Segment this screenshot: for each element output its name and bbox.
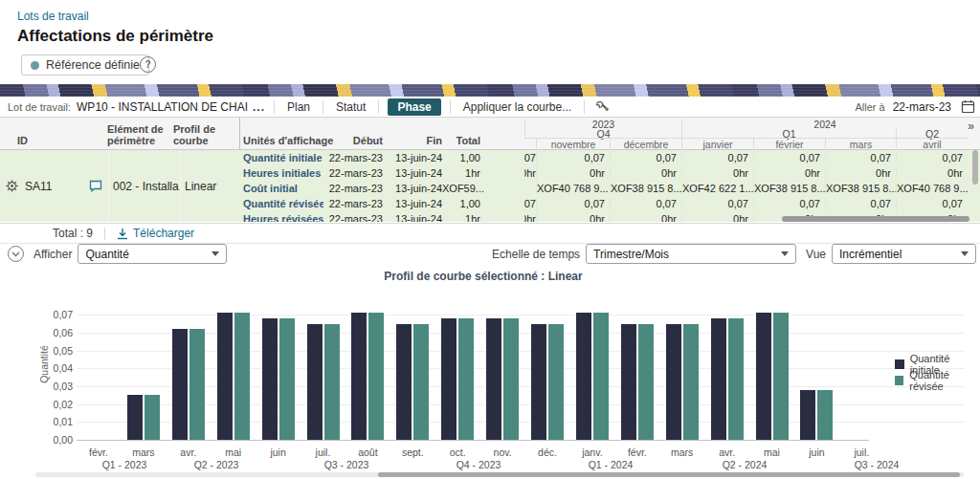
x-tick-label: févr. bbox=[70, 446, 127, 458]
metric-period-value: XOF40 768 9... bbox=[896, 183, 968, 194]
row-count: Total : 9 bbox=[53, 227, 93, 240]
legend-swatch-icon bbox=[895, 376, 903, 385]
grid-header: ID Elément depérimètre Profil decourbe U… bbox=[0, 118, 980, 150]
metric-period-value: 0,07 bbox=[536, 198, 610, 209]
bar-initial-mai bbox=[756, 313, 771, 440]
scope-assignments-page: Lots de travail Affectations de périmètr… bbox=[0, 0, 980, 479]
period-month-novembre[interactable]: novembre bbox=[536, 139, 610, 150]
legend-item-revised: Quantité révisée bbox=[895, 369, 980, 392]
metric-clipped-value: 0,07 bbox=[524, 152, 536, 163]
decorative-banner bbox=[0, 84, 980, 97]
chevron-down-icon bbox=[212, 251, 219, 256]
work-package-value: WP10 - INSTALLATION DE CHAI bbox=[77, 100, 248, 114]
period-quarter-Q1: Q1 bbox=[681, 128, 896, 138]
chart-gridline bbox=[77, 404, 965, 405]
x-tick-label: sept. bbox=[384, 446, 441, 458]
collapse-chevron-icon[interactable] bbox=[8, 246, 24, 262]
col-header-units[interactable]: Unités d'affichage bbox=[243, 136, 333, 147]
period-month-row: novembredécembrejanvierfévriermarsavril bbox=[524, 138, 968, 150]
metric-period-value: XOF42 622 1... bbox=[681, 183, 753, 194]
bar-initial-mai bbox=[217, 313, 233, 440]
metric-period-value: 0hr bbox=[825, 167, 896, 179]
col-header-curve-profile[interactable]: Profil decourbe bbox=[173, 124, 215, 146]
x-tick-label: juin bbox=[250, 446, 307, 458]
metric-period-value: 0,07 bbox=[896, 198, 968, 209]
period-month-janvier[interactable]: janvier bbox=[681, 139, 753, 150]
y-tick-label: 0,01 bbox=[38, 416, 73, 427]
view-label: Vue bbox=[806, 248, 826, 261]
tab-statut[interactable]: Statut bbox=[332, 98, 369, 116]
x-tick-label: févr. bbox=[609, 446, 666, 458]
x-tick-label: oct. bbox=[429, 446, 486, 458]
period-month-février[interactable]: février bbox=[753, 139, 825, 150]
metric-row-4[interactable]: Quantité révisée22-mars-2313-juin-241,00… bbox=[239, 196, 980, 211]
download-button[interactable]: Télécharger bbox=[117, 227, 194, 240]
metric-total: XOF59... bbox=[442, 183, 480, 194]
tab-plan[interactable]: Plan bbox=[283, 98, 314, 116]
metric-period-value: 0hr bbox=[681, 213, 753, 222]
chevron-down-icon bbox=[961, 251, 969, 256]
bar-initial-sept. bbox=[396, 324, 412, 440]
show-select[interactable]: Quantité bbox=[78, 244, 227, 264]
timescale-select[interactable]: Trimestre/Mois bbox=[586, 244, 796, 264]
row-scope-element: 002 - Installa... bbox=[113, 180, 180, 193]
bar-revised-juin bbox=[279, 318, 295, 440]
goto-label: Aller à bbox=[855, 101, 884, 113]
page-scrollbar-thumb[interactable] bbox=[378, 472, 960, 477]
goto-date-value[interactable]: 22-mars-23 bbox=[893, 100, 951, 114]
timescale-label: Echelle de temps bbox=[492, 248, 580, 261]
help-icon[interactable]: ? bbox=[140, 56, 156, 73]
metric-period-value: XOF38 915 8... bbox=[825, 183, 896, 194]
col-header-total[interactable]: Total bbox=[442, 136, 480, 147]
grid-vertical-scrollbar[interactable] bbox=[972, 150, 978, 185]
tab-phase[interactable]: Phase bbox=[388, 98, 440, 116]
gear-icon[interactable] bbox=[6, 180, 18, 192]
col-header-end[interactable]: Fin bbox=[383, 136, 442, 147]
breadcrumb-work-packages[interactable]: Lots de travail bbox=[17, 10, 89, 23]
x-tick-label: avr. bbox=[160, 446, 217, 458]
grid-horizontal-scrollbar[interactable] bbox=[782, 216, 969, 222]
bar-revised-août bbox=[368, 313, 384, 440]
metric-row-2[interactable]: Heures initiales22-mars-2313-juin-241hr0… bbox=[239, 165, 980, 181]
col-header-id[interactable]: ID bbox=[17, 136, 28, 147]
period-month-mars[interactable]: mars bbox=[825, 139, 896, 150]
grid-row[interactable]: SA11 002 - Installa... Linear Quantité i… bbox=[0, 150, 980, 222]
metric-row-1[interactable]: Quantité initiale22-mars-2313-juin-241,0… bbox=[239, 150, 980, 165]
view-select[interactable]: Incrémentiel bbox=[832, 244, 976, 264]
metric-end-date: 13-juin-24 bbox=[383, 152, 442, 163]
legend-swatch-icon bbox=[895, 359, 904, 369]
chart-x-axis bbox=[77, 440, 869, 441]
metric-start-date: 22-mars-23 bbox=[323, 198, 383, 209]
metric-total: 1,00 bbox=[442, 198, 480, 209]
apply-curve-button[interactable]: Appliquer la courbe... bbox=[459, 98, 575, 116]
baseline-chip[interactable]: Référence définie bbox=[21, 54, 149, 76]
more-options-icon[interactable]: ... bbox=[253, 100, 265, 114]
period-month-décembre[interactable]: décembre bbox=[610, 139, 681, 150]
bar-initial-août bbox=[351, 313, 367, 440]
wrench-icon[interactable] bbox=[595, 100, 609, 114]
bar-initial-juin bbox=[262, 318, 278, 440]
x-quarter-label: Q3 - 2024 bbox=[838, 459, 915, 470]
x-tick-label: juil. bbox=[295, 446, 352, 458]
period-month-avril[interactable]: avril bbox=[896, 139, 968, 150]
x-quarter-label: Q2 - 2024 bbox=[706, 459, 783, 470]
work-package-label: Lot de travail: bbox=[8, 101, 71, 113]
metric-start-date: 22-mars-23 bbox=[323, 152, 383, 163]
expand-periods-icon[interactable]: » bbox=[968, 120, 974, 133]
metric-row-3[interactable]: Coût initial22-mars-2313-juin-24XOF59...… bbox=[239, 181, 980, 196]
col-header-element[interactable]: Elément depérimètre bbox=[107, 124, 164, 146]
x-tick-label: mars bbox=[115, 446, 172, 458]
bar-initial-juin bbox=[800, 390, 815, 440]
show-label: Afficher bbox=[33, 248, 72, 261]
bar-initial-nov. bbox=[486, 318, 501, 440]
col-header-start[interactable]: Début bbox=[323, 136, 383, 147]
calendar-icon[interactable] bbox=[961, 99, 975, 114]
bar-initial-avr. bbox=[711, 318, 726, 440]
x-tick-label: août bbox=[339, 446, 396, 458]
bar-initial-mars bbox=[666, 324, 681, 440]
metric-period-value: 0,07 bbox=[536, 152, 610, 163]
metric-period-value: 0hr bbox=[610, 167, 681, 179]
x-tick-label: juin bbox=[788, 446, 845, 458]
x-quarter-label: Q3 - 2023 bbox=[308, 459, 385, 470]
comment-icon[interactable] bbox=[89, 180, 102, 192]
